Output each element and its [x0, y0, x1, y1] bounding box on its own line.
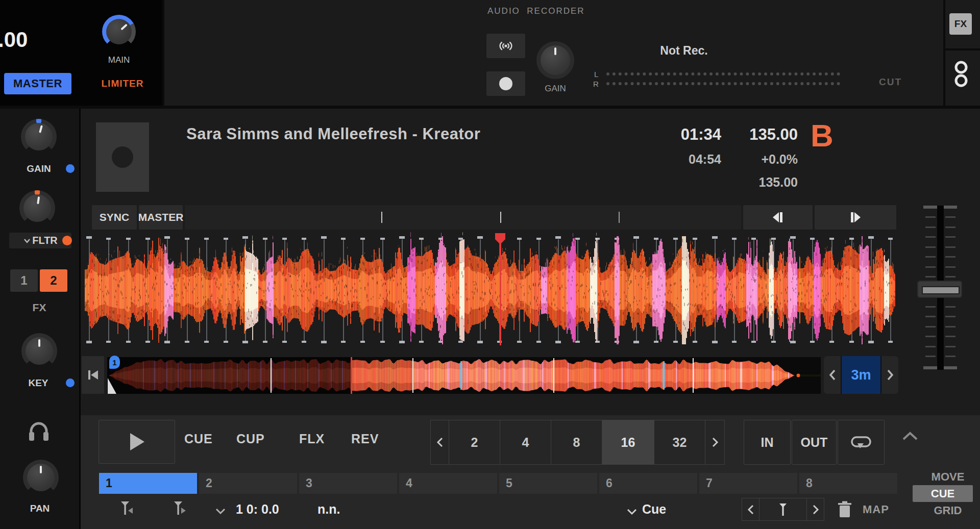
recorder-gain-knob[interactable] [536, 41, 574, 79]
loop-size-2[interactable]: 2 [449, 420, 500, 465]
filter-knob[interactable] [19, 190, 55, 226]
chevron-up-icon [900, 430, 920, 443]
fader-handle-grip [922, 286, 960, 294]
hotcue-6[interactable]: 6 [599, 473, 697, 494]
meter-right [606, 82, 840, 85]
hotcue-2[interactable]: 2 [199, 473, 297, 494]
recorder-gain-indicator [541, 45, 570, 75]
tempo-bend-left-button[interactable] [743, 205, 813, 230]
channel-gain-label: GAIN [14, 163, 63, 174]
cue-type-dropdown[interactable] [626, 508, 638, 516]
loop-size-4[interactable]: 4 [500, 420, 551, 465]
fx-section-label: FX [15, 301, 64, 314]
bpm-value[interactable]: 135.00 [722, 125, 798, 144]
key-knob[interactable] [21, 333, 57, 369]
beat-position-dropdown[interactable] [214, 507, 227, 515]
main-volume-knob[interactable] [102, 15, 136, 48]
global-header: .00 MASTER MAIN LIMITER AUDIO RECORDER [0, 0, 980, 109]
fx-assign-1-button[interactable]: 1 [10, 269, 38, 292]
tempo-bend-right-button[interactable] [815, 205, 896, 230]
filter-label: FLTR [32, 235, 58, 246]
play-icon [128, 432, 145, 451]
stored-cue-navigator [742, 498, 824, 521]
chevron-down-icon [214, 507, 227, 515]
nudge-left-icon [770, 211, 786, 224]
cue-jump-back-icon [118, 500, 135, 517]
audio-recorder-title: AUDIO RECORDER [487, 6, 585, 16]
loop-active-button[interactable] [838, 420, 885, 465]
tab-grid[interactable]: GRID [918, 504, 978, 517]
chevron-down-icon [23, 238, 31, 244]
tempo-fader-handle[interactable] [917, 281, 962, 298]
delete-cue-button[interactable] [837, 500, 852, 519]
loop-in-button[interactable]: IN [744, 420, 791, 465]
gain-midi-dot [66, 164, 75, 173]
headphone-cue-toggle[interactable] [952, 58, 970, 91]
loop-size-8[interactable]: 8 [551, 420, 602, 465]
zoom-out-button[interactable] [824, 356, 841, 394]
hotcue-5[interactable]: 5 [499, 473, 597, 494]
loop-size-32[interactable]: 32 [654, 420, 705, 465]
panel-collapse-button[interactable] [900, 430, 920, 443]
zoom-in-button[interactable] [881, 356, 898, 394]
skip-to-start-button[interactable] [82, 356, 104, 394]
stripe-waveform[interactable] [107, 357, 821, 394]
recorder-gain-label: GAIN [535, 84, 576, 94]
base-bpm: 135.00 [722, 175, 798, 190]
channel-gain-knob[interactable] [21, 119, 57, 155]
stripe-hotcue1-marker[interactable]: 1 [109, 356, 120, 369]
fx-assign-2-button[interactable]: 2 [40, 269, 67, 292]
map-button[interactable]: MAP [863, 503, 889, 516]
master-clock-button[interactable]: MASTER [4, 73, 71, 94]
loop-size-smaller-button[interactable] [430, 420, 449, 465]
pan-knob[interactable] [23, 460, 59, 495]
loop-size-larger-button[interactable] [705, 420, 725, 465]
loop-out-button[interactable]: OUT [792, 420, 837, 465]
stripe-hotcue1-number: 1 [112, 358, 116, 367]
deck-control-block: CUE CUP FLX REV 2 4 8 16 32 IN OUT [81, 415, 980, 529]
deck-master-button[interactable]: MASTER [139, 205, 183, 230]
cue-marker-button[interactable] [759, 498, 807, 521]
reverse-button[interactable]: REV [351, 432, 379, 446]
tempo-offset: +0.0% [722, 152, 798, 167]
hotcue-4[interactable]: 4 [399, 473, 497, 494]
key-on-dot[interactable] [66, 379, 75, 387]
cue-type-value[interactable]: Cue [642, 502, 666, 517]
header-divider [162, 0, 164, 106]
cup-button[interactable]: CUP [236, 432, 265, 446]
time-elapsed: 01:34 [641, 125, 721, 144]
hotcue-1[interactable]: 1 [99, 473, 197, 494]
main-knob-label: MAIN [99, 55, 139, 65]
loop-size-16-selected[interactable]: 16 [602, 420, 654, 465]
record-icon [499, 77, 512, 90]
hotcue-8[interactable]: 8 [799, 473, 897, 494]
record-button[interactable] [486, 71, 525, 96]
zoom-range-value[interactable]: 3m [842, 356, 880, 394]
limiter-label[interactable]: LIMITER [89, 78, 156, 89]
cut-button[interactable]: CUT [879, 77, 902, 88]
sync-button[interactable]: SYNC [92, 205, 137, 230]
fx-panel-toggle[interactable]: FX [949, 13, 972, 35]
tab-move[interactable]: MOVE [918, 470, 978, 484]
phase-tick [381, 212, 382, 223]
filter-on-dot[interactable] [62, 236, 72, 245]
flux-button[interactable]: FLX [299, 432, 325, 446]
tab-cue-selected[interactable]: CUE [913, 485, 973, 502]
hotcue-7[interactable]: 7 [699, 473, 797, 494]
stripe-overview[interactable] [107, 357, 821, 394]
deck-letter[interactable]: B [811, 117, 834, 154]
tempo-fader[interactable] [916, 203, 963, 374]
headphone-monitor-button[interactable] [27, 419, 51, 443]
next-cue-button[interactable] [806, 498, 824, 521]
main-waveform[interactable] [82, 232, 898, 348]
cue-button[interactable]: CUE [184, 432, 213, 446]
prev-cue-button[interactable] [742, 498, 760, 521]
cue-jump-back-button[interactable] [118, 500, 135, 517]
play-button[interactable] [99, 420, 175, 464]
headphones-icon [27, 419, 51, 443]
time-total: 04:54 [641, 152, 721, 167]
nudge-right-icon [848, 211, 863, 224]
broadcast-button[interactable] [486, 34, 525, 58]
hotcue-3[interactable]: 3 [299, 473, 397, 494]
cue-jump-forward-button[interactable] [172, 500, 188, 517]
